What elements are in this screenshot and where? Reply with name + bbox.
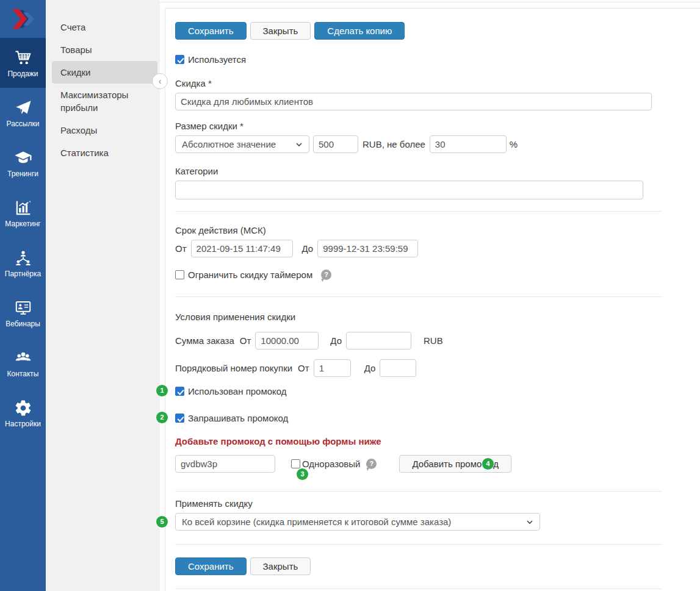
submenu-item-discounts[interactable]: Скидки	[52, 61, 157, 84]
sidebar-item-label: Маркетинг	[5, 220, 40, 227]
promo-used-label: Использован промокод	[188, 386, 287, 396]
step-badge-4: 4	[482, 458, 494, 470]
promo-request-label: Запрашивать промокод	[188, 413, 288, 423]
categories-label: Категории	[175, 166, 685, 176]
sidebar-item-label: Настройки	[5, 420, 41, 428]
period-from-input[interactable]	[191, 240, 293, 257]
discount-amount-input[interactable]	[313, 135, 358, 153]
sidebar-item-mailings[interactable]: Рассылки	[0, 88, 46, 138]
used-checkbox[interactable]	[175, 55, 184, 64]
divider	[175, 211, 662, 212]
divider	[175, 491, 662, 492]
webinar-icon	[14, 299, 32, 317]
apply-discount-label: Применять скидку	[175, 498, 685, 509]
discount-type-value: Абсолютное значение	[182, 139, 276, 149]
sidebar-item-label: Партнёрка	[5, 270, 41, 278]
sidebar-item-label: Рассылки	[7, 120, 40, 127]
one-time-checkbox[interactable]	[291, 459, 300, 468]
promo-used-checkbox[interactable]	[175, 387, 184, 396]
chevrons-logo-icon	[10, 8, 37, 30]
main-content: Сохранить Закрыть Сделать копию Использу…	[160, 0, 700, 591]
section-submenu: Счета Товары Скидки Максимизаторы прибыл…	[46, 0, 160, 591]
divider	[175, 589, 662, 589]
submenu-item-expenses[interactable]: Расходы	[46, 119, 160, 141]
order-number-to-label: До	[364, 363, 376, 373]
timer-checkbox[interactable]	[175, 270, 184, 279]
timer-checkbox-label: Ограничить скидку таймером	[188, 270, 312, 280]
timer-checkbox-row: Ограничить скидку таймером ?	[175, 270, 685, 280]
order-number-label: Порядковый номер покупки	[175, 363, 292, 373]
order-sum-from-label: От	[240, 335, 251, 346]
sidebar-item-label: Тренинги	[7, 170, 38, 177]
add-promo-button[interactable]: Добавить промо код	[399, 455, 511, 473]
divider	[175, 296, 662, 297]
promo-request-row: 2 Запрашивать промокод	[175, 413, 685, 423]
promo-request-checkbox[interactable]	[175, 414, 184, 423]
discount-name-input[interactable]	[175, 93, 652, 110]
copy-button[interactable]: Сделать копию	[314, 22, 405, 40]
submenu-item-accounts[interactable]: Счета	[46, 16, 160, 38]
sidebar-item-label: Контакты	[7, 370, 39, 378]
order-number-from-input[interactable]	[314, 359, 351, 377]
apply-discount-row: 5 Ко всей корзине (скидка применяется к …	[175, 513, 685, 531]
order-sum-to-label: До	[330, 335, 342, 346]
top-toolbar: Сохранить Закрыть Сделать копию	[175, 22, 685, 40]
categories-input[interactable]	[175, 181, 643, 199]
order-sum-label: Сумма заказа	[175, 335, 234, 346]
sidebar-item-trainings[interactable]: Тренинги	[0, 138, 46, 188]
used-checkbox-label: Используется	[188, 54, 246, 65]
order-sum-currency: RUB	[424, 335, 443, 346]
discount-form-panel: Сохранить Закрыть Сделать копию Использу…	[165, 8, 700, 591]
one-time-label: Одноразовый	[302, 459, 360, 469]
bar-chart-icon	[14, 199, 32, 217]
sidebar-item-settings[interactable]: Настройки	[0, 388, 46, 438]
submenu-item-statistics[interactable]: Статистика	[46, 141, 160, 164]
apply-discount-select[interactable]: Ко всей корзине (скидка применяется к ит…	[175, 513, 540, 531]
used-checkbox-row: Используется	[175, 54, 685, 65]
chevron-down-icon	[526, 518, 533, 526]
step-badge-1: 1	[156, 385, 168, 396]
period-to-label: До	[302, 243, 314, 254]
discount-type-select[interactable]: Абсолютное значение	[175, 135, 309, 153]
cart-icon	[14, 49, 32, 67]
discount-size-row: Абсолютное значение RUB, не более %	[175, 135, 685, 153]
step-badge-2: 2	[156, 412, 168, 423]
sidebar-item-label: Вебинары	[5, 320, 40, 328]
discount-name-label: Скидка *	[175, 78, 685, 88]
order-sum-to-input[interactable]	[346, 332, 411, 349]
conditions-title: Условия применения скидки	[175, 312, 685, 322]
footer-toolbar: Сохранить Закрыть	[175, 557, 685, 575]
sidebar-item-label: Продажи	[7, 70, 38, 77]
footer-save-button[interactable]: Сохранить	[175, 557, 247, 575]
step-badge-3: 3	[297, 468, 308, 480]
step-badge-5: 5	[156, 516, 168, 528]
chevron-down-icon	[295, 141, 303, 148]
discount-size-middle-text: RUB, не более	[363, 139, 425, 149]
sidebar-item-contacts[interactable]: Контакты	[0, 338, 46, 388]
order-sum-row: Сумма заказа От До RUB	[175, 332, 685, 349]
submenu-item-maximizers[interactable]: Максимизаторы прибыли	[46, 84, 160, 119]
sidebar-item-sales[interactable]: Продажи	[0, 38, 46, 88]
promo-form-heading: Добавьте промокод с помощью формы ниже	[175, 436, 685, 446]
order-number-to-input[interactable]	[380, 359, 416, 377]
submenu-item-products[interactable]: Товары	[46, 38, 160, 61]
save-button[interactable]: Сохранить	[175, 22, 247, 40]
help-icon[interactable]: ?	[321, 270, 331, 280]
percent-sign: %	[510, 139, 518, 149]
footer-close-button[interactable]: Закрыть	[250, 557, 311, 575]
sidebar-item-marketing[interactable]: Маркетинг	[0, 188, 46, 238]
main-sidebar: Продажи Рассылки Тренинги	[0, 0, 46, 591]
app-root: Продажи Рассылки Тренинги	[0, 0, 700, 591]
graduation-cap-icon	[14, 149, 32, 167]
close-button[interactable]: Закрыть	[250, 22, 311, 40]
sidebar-item-partners[interactable]: Партнёрка	[0, 238, 46, 288]
promo-code-input[interactable]	[175, 455, 275, 473]
help-icon[interactable]: ?	[366, 459, 377, 469]
order-sum-from-input[interactable]	[255, 332, 319, 349]
discount-max-percent-input[interactable]	[430, 135, 507, 153]
period-to-input[interactable]	[317, 240, 418, 257]
network-icon	[14, 249, 32, 267]
sidebar-item-webinars[interactable]: Вебинары	[0, 288, 46, 338]
collapse-sidebar-button[interactable]: ‹	[152, 73, 168, 89]
app-logo[interactable]	[0, 0, 46, 38]
